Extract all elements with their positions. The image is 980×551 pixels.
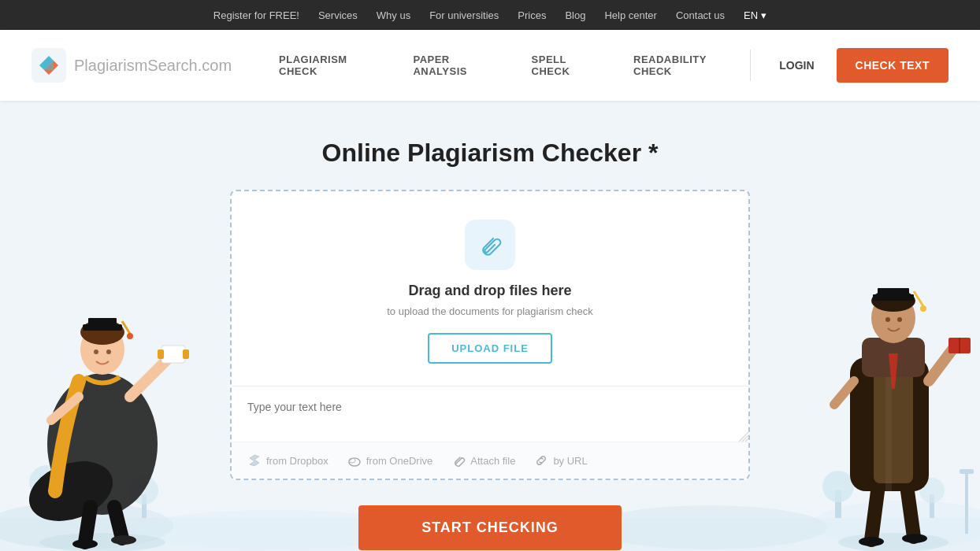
svg-rect-18 [960,469,974,474]
dropbox-button[interactable]: from Dropbox [247,453,329,468]
drag-title: Drag and drop files here [408,283,571,299]
upload-card: Drag and drop files here to upload the d… [230,190,750,480]
drag-subtitle: to upload the documents for plagiarism c… [387,305,593,317]
svg-line-26 [122,321,130,334]
svg-point-49 [920,305,926,312]
svg-line-28 [130,357,169,397]
drop-zone[interactable]: Drag and drop files here to upload the d… [232,191,748,386]
nav-paper-analysis[interactable]: PAPER ANALYSIS [413,54,503,77]
topbar-contact[interactable]: Contact us [676,9,725,21]
svg-rect-29 [161,346,185,363]
nav-spell-check[interactable]: SPELL CHECK [532,54,605,77]
attach-file-button[interactable]: Attach file [451,453,515,468]
nav-plagiarism-check[interactable]: PLAGIARISM CHECK [279,54,384,77]
topbar-universities[interactable]: For universities [429,9,499,21]
svg-line-50 [929,349,952,381]
check-text-button[interactable]: CHECK TEXT [837,48,948,83]
onedrive-button[interactable]: from OneDrive [347,453,433,468]
logo[interactable]: PlagiarismSearch.com [32,48,232,83]
start-button-wrap: START CHECKING [358,505,622,550]
header-actions: LOGIN CHECK TEXT [744,48,948,83]
svg-point-58 [885,317,890,322]
topbar-services[interactable]: Services [318,9,358,21]
main-nav: PLAGIARISM CHECK PAPER ANALYSIS SPELL CH… [279,54,744,77]
svg-rect-51 [948,338,971,353]
topbar-blog[interactable]: Blog [565,9,585,21]
topbar-help[interactable]: Help center [604,9,656,21]
onedrive-icon [347,453,362,468]
svg-point-38 [106,349,111,354]
svg-point-14 [822,471,854,502]
svg-rect-31 [183,349,189,359]
url-button[interactable]: by URL [534,453,587,468]
login-button[interactable]: LOGIN [770,53,823,78]
svg-point-23 [80,320,124,345]
page-title: Online Plagiarism Checker * [322,139,659,168]
main-content: Online Plagiarism Checker * Drag and dro… [0,101,980,551]
topbar-prices[interactable]: Prices [518,9,546,21]
svg-rect-24 [83,324,122,331]
svg-point-27 [127,333,133,339]
svg-rect-25 [88,318,117,326]
svg-rect-17 [965,471,968,534]
nav-readability-check[interactable]: READABILITY CHECK [633,54,744,77]
header-divider [750,50,751,81]
svg-point-37 [94,349,98,354]
svg-line-61 [742,435,748,442]
resize-handle[interactable] [736,429,748,442]
svg-line-62 [745,438,748,442]
svg-point-12 [130,476,158,505]
svg-point-22 [80,324,124,375]
url-icon [534,453,548,468]
svg-rect-47 [878,288,909,296]
svg-point-45 [871,290,915,312]
text-area-section [232,386,748,442]
svg-point-7 [591,505,827,549]
logo-icon [32,48,66,83]
dropbox-icon [247,453,262,468]
topbar: Register for FREE! Services Why us For u… [0,0,980,30]
svg-rect-43 [862,338,925,377]
start-checking-button[interactable]: START CHECKING [358,505,622,550]
svg-point-59 [897,317,902,322]
language-selector[interactable]: EN ▾ [744,9,767,21]
upload-file-button[interactable]: UPLOAD FILE [428,333,552,364]
svg-line-48 [914,291,923,306]
svg-rect-46 [873,294,914,301]
svg-marker-63 [250,455,259,466]
svg-point-44 [871,293,915,343]
svg-point-10 [29,465,64,500]
svg-rect-30 [158,349,164,359]
topbar-register[interactable]: Register for FREE! [213,9,299,21]
topbar-why-us[interactable]: Why us [377,9,410,21]
paperclip-icon [465,220,515,270]
attach-icon [451,453,466,468]
svg-marker-3 [44,61,54,70]
header: PlagiarismSearch.com PLAGIARISM CHECK PA… [0,30,980,101]
text-input[interactable] [232,386,748,442]
svg-point-16 [919,478,945,503]
logo-text: PlagiarismSearch.com [74,57,232,75]
card-bottom-actions: from Dropbox from OneDrive Attach file [232,442,748,479]
